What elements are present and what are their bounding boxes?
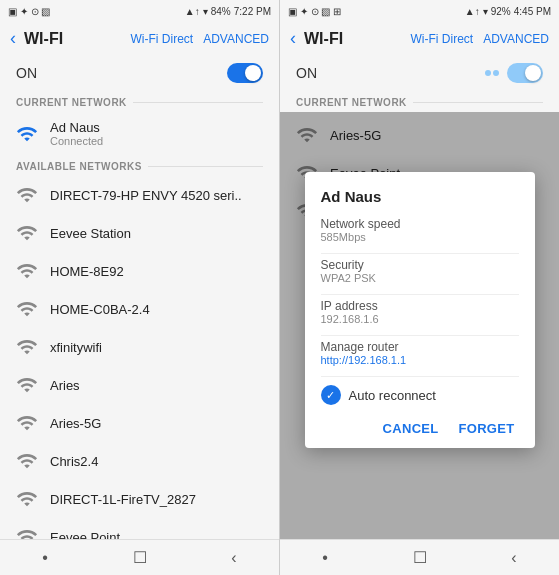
wifi-icon (16, 450, 38, 472)
dialog-speed-value: 585Mbps (321, 231, 519, 243)
time-display: 7:22 PM (234, 6, 271, 17)
forget-button[interactable]: FORGET (455, 417, 519, 440)
network-detail-dialog: Ad Naus Network speed 585Mbps Security W… (305, 172, 535, 448)
loading-dot-2 (493, 70, 499, 76)
network-name: Eevee Station (50, 226, 131, 241)
list-item[interactable]: Eevee Point (0, 518, 279, 539)
network-info: HOME-8E92 (50, 264, 124, 279)
network-name: DIRECT-1L-FireTV_2827 (50, 492, 196, 507)
right-wifi-on-label: ON (296, 65, 485, 81)
back-button[interactable]: ‹ (10, 28, 16, 49)
right-wifi-toggle-row: ON (280, 55, 559, 91)
network-name: xfinitywifi (50, 340, 102, 355)
signal-icon: ▲↑ (185, 6, 200, 17)
right-tab-advanced[interactable]: ADVANCED (483, 32, 549, 46)
tab-advanced[interactable]: ADVANCED (203, 32, 269, 46)
right-nav-back-button[interactable]: ‹ (511, 549, 516, 567)
wifi-icon (16, 374, 38, 396)
cancel-button[interactable]: CANCEL (379, 417, 443, 440)
list-item[interactable]: Eevee Station (0, 214, 279, 252)
right-status-bar: ▣ ✦ ⊙ ▧ ⊞ ▲↑ ▾ 92% 4:45 PM (280, 0, 559, 22)
wifi-icon (16, 336, 38, 358)
nav-home-button[interactable]: • (42, 549, 48, 567)
left-panel: ▣ ✦ ⊙ ▧ ▲↑ ▾ 84% 7:22 PM ‹ WI-FI Wi-Fi D… (0, 0, 279, 575)
list-item[interactable]: Chris2.4 (0, 442, 279, 480)
current-network-row[interactable]: Ad Naus Connected (0, 112, 279, 155)
network-name: Eevee Point (50, 530, 120, 540)
right-battery: 92% (491, 6, 511, 17)
wifi-toggle-row: ON (0, 55, 279, 91)
left-header: ‹ WI-FI Wi-Fi Direct ADVANCED (0, 22, 279, 55)
nav-back-button[interactable]: ‹ (231, 549, 236, 567)
list-item[interactable]: DIRECT-1L-FireTV_2827 (0, 480, 279, 518)
network-info: Eevee Station (50, 226, 131, 241)
network-info: HOME-C0BA-2.4 (50, 302, 150, 317)
wifi-icon (16, 412, 38, 434)
dialog-speed-row: Network speed 585Mbps (321, 217, 519, 243)
dialog-network-title: Ad Naus (321, 188, 519, 205)
dialog-security-label: Security (321, 258, 519, 272)
network-info: Eevee Point (50, 530, 120, 540)
wifi-icon (16, 488, 38, 510)
page-title: WI-FI (24, 30, 131, 48)
right-header: ‹ WI-FI Wi-Fi Direct ADVANCED (280, 22, 559, 55)
wifi-icon (16, 260, 38, 282)
list-item[interactable]: DIRECT-79-HP ENVY 4520 seri.. (0, 176, 279, 214)
list-item[interactable]: HOME-8E92 (0, 252, 279, 290)
current-network-name: Ad Naus (50, 120, 103, 135)
network-name: HOME-8E92 (50, 264, 124, 279)
dialog-router-link[interactable]: http://192.168.1.1 (321, 354, 519, 366)
wifi-toggle[interactable] (227, 63, 263, 83)
dialog-router-label: Manage router (321, 340, 519, 354)
wifi-on-label: ON (16, 65, 227, 81)
right-bottom-nav: • ☐ ‹ (280, 539, 559, 575)
network-info: DIRECT-1L-FireTV_2827 (50, 492, 196, 507)
dialog-security-row: Security WPA2 PSK (321, 258, 519, 284)
header-tabs: Wi-Fi Direct ADVANCED (131, 32, 269, 46)
list-item[interactable]: Aries (0, 366, 279, 404)
right-notification-icons: ▣ ✦ ⊙ ▧ ⊞ (288, 6, 341, 17)
list-item[interactable]: Aries-5G (0, 404, 279, 442)
nav-recent-button[interactable]: ☐ (133, 548, 147, 567)
network-info: Aries-5G (50, 416, 101, 431)
wifi-icon (16, 184, 38, 206)
right-time: 4:45 PM (514, 6, 551, 17)
right-back-button[interactable]: ‹ (290, 28, 296, 49)
left-scroll-content: CURRENT NETWORK Ad Naus Connected AVAILA… (0, 91, 279, 539)
left-status-bar: ▣ ✦ ⊙ ▧ ▲↑ ▾ 84% 7:22 PM (0, 0, 279, 22)
dialog-divider-3 (321, 335, 519, 336)
right-wifi-icon: ▾ (483, 6, 488, 17)
dialog-router-row: Manage router http://192.168.1.1 (321, 340, 519, 366)
loading-dot-1 (485, 70, 491, 76)
current-network-info: Ad Naus Connected (50, 120, 103, 147)
right-nav-home-button[interactable]: • (322, 549, 328, 567)
dialog-divider-2 (321, 294, 519, 295)
reconnect-checkmark[interactable]: ✓ (321, 385, 341, 405)
list-item[interactable]: HOME-C0BA-2.4 (0, 290, 279, 328)
wifi-icon (16, 526, 38, 539)
list-item[interactable]: xfinitywifi (0, 328, 279, 366)
left-status-icons: ▣ ✦ ⊙ ▧ (8, 6, 50, 17)
dialog-ip-row: IP address 192.168.1.6 (321, 299, 519, 325)
right-content-area: Aries-5G Eevee Point HOME-7678-2.4 Ad Na… (280, 112, 559, 539)
left-bottom-nav: • ☐ ‹ (0, 539, 279, 575)
right-status-right-icons: ▲↑ ▾ 92% 4:45 PM (465, 6, 551, 17)
reconnect-label: Auto reconnect (349, 388, 436, 403)
network-info: DIRECT-79-HP ENVY 4520 seri.. (50, 188, 242, 203)
notification-icons: ▣ ✦ ⊙ ▧ (8, 6, 50, 17)
right-wifi-toggle[interactable] (507, 63, 543, 83)
right-tab-wifi-direct[interactable]: Wi-Fi Direct (411, 32, 474, 46)
loading-indicator (485, 70, 499, 76)
right-header-tabs: Wi-Fi Direct ADVANCED (411, 32, 549, 46)
current-network-section: CURRENT NETWORK (0, 91, 279, 112)
available-networks-section: AVAILABLE NETWORKS (0, 155, 279, 176)
right-nav-recent-button[interactable]: ☐ (413, 548, 427, 567)
tab-wifi-direct[interactable]: Wi-Fi Direct (131, 32, 194, 46)
right-signal-icon: ▲↑ (465, 6, 480, 17)
network-info: Aries (50, 378, 80, 393)
dialog-ip-label: IP address (321, 299, 519, 313)
network-name: Aries (50, 378, 80, 393)
network-name: DIRECT-79-HP ENVY 4520 seri.. (50, 188, 242, 203)
dialog-divider-1 (321, 253, 519, 254)
battery-level: 84% (211, 6, 231, 17)
